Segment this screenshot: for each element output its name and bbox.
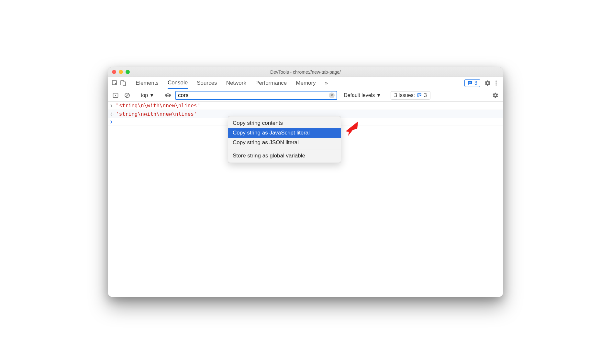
levels-label: Default levels bbox=[344, 92, 375, 98]
annotation-arrow-icon bbox=[342, 119, 361, 138]
svg-rect-3 bbox=[469, 82, 471, 82]
issues-label: 3 Issues: bbox=[394, 92, 415, 98]
minimize-window-button[interactable] bbox=[119, 70, 123, 74]
context-selector[interactable]: top ▼ bbox=[141, 92, 154, 98]
zoom-window-button[interactable] bbox=[126, 70, 130, 74]
svg-rect-4 bbox=[469, 83, 471, 83]
context-label: top bbox=[141, 92, 148, 98]
clear-console-icon[interactable] bbox=[123, 91, 131, 100]
console-input-row[interactable]: ❯ "string\n\with\nnew\nlines" bbox=[108, 102, 503, 110]
filter-box[interactable]: ✕ bbox=[175, 91, 337, 100]
divider bbox=[159, 91, 159, 99]
issues-count: 3 bbox=[424, 92, 427, 98]
dropdown-icon: ▼ bbox=[149, 92, 154, 98]
divider bbox=[386, 91, 386, 99]
divider bbox=[136, 91, 136, 99]
svg-rect-2 bbox=[123, 82, 126, 86]
svg-point-6 bbox=[495, 82, 497, 84]
tab-elements[interactable]: Elements bbox=[136, 77, 159, 89]
menu-copy-js-literal[interactable]: Copy string as JavaScript literal bbox=[228, 128, 341, 138]
traffic-lights bbox=[112, 70, 130, 74]
sidebar-toggle-icon[interactable] bbox=[111, 91, 120, 100]
svg-point-5 bbox=[495, 80, 497, 82]
console-toolbar: top ▼ ✕ Default levels ▼ 3 Issues: 3 bbox=[108, 89, 503, 102]
dropdown-icon: ▼ bbox=[376, 92, 381, 98]
output-chevron-icon: ❮· bbox=[110, 112, 116, 116]
menu-copy-json-literal[interactable]: Copy string as JSON literal bbox=[228, 138, 341, 147]
levels-selector[interactable]: Default levels ▼ bbox=[344, 92, 381, 98]
messages-count: 3 bbox=[474, 80, 477, 86]
svg-line-10 bbox=[126, 94, 129, 97]
tab-memory[interactable]: Memory bbox=[296, 77, 316, 89]
chat-icon bbox=[467, 80, 472, 86]
svg-point-11 bbox=[167, 95, 169, 96]
main-tabbar: Elements Console Sources Network Perform… bbox=[108, 77, 503, 89]
svg-point-7 bbox=[495, 84, 497, 86]
tab-performance[interactable]: Performance bbox=[255, 77, 287, 89]
menu-copy-contents[interactable]: Copy string contents bbox=[228, 118, 341, 128]
svg-rect-13 bbox=[418, 95, 420, 95]
devtools-window: DevTools - chrome://new-tab-page/ Elemen… bbox=[108, 67, 503, 297]
menu-store-global[interactable]: Store string as global variable bbox=[228, 151, 341, 161]
device-toggle-icon[interactable] bbox=[119, 79, 128, 87]
filter-input[interactable] bbox=[178, 92, 329, 99]
more-icon[interactable] bbox=[492, 79, 500, 87]
tab-sources[interactable]: Sources bbox=[197, 77, 217, 89]
console-settings-icon[interactable] bbox=[491, 91, 500, 100]
chat-icon bbox=[417, 93, 422, 98]
prompt-chevron-icon: ❯ bbox=[110, 119, 116, 124]
inspect-icon[interactable] bbox=[111, 79, 119, 87]
window-title: DevTools - chrome://new-tab-page/ bbox=[108, 70, 503, 75]
divider bbox=[129, 79, 129, 87]
console-output-code: 'string\nwith\nnew\nlines' bbox=[116, 111, 197, 117]
svg-rect-0 bbox=[112, 80, 117, 85]
console-input-code: "string\n\with\nnew\nlines" bbox=[116, 102, 200, 109]
close-window-button[interactable] bbox=[112, 70, 116, 74]
issues-button[interactable]: 3 Issues: 3 bbox=[391, 91, 430, 100]
menu-separator bbox=[228, 149, 341, 149]
live-expression-icon[interactable] bbox=[164, 91, 172, 100]
panel-tabs: Elements Console Sources Network Perform… bbox=[136, 77, 328, 89]
input-chevron-icon: ❯ bbox=[110, 103, 116, 108]
tab-network[interactable]: Network bbox=[226, 77, 246, 89]
console-body[interactable]: ❯ "string\n\with\nnew\nlines" ❮· 'string… bbox=[108, 102, 503, 297]
tab-console[interactable]: Console bbox=[168, 77, 188, 89]
settings-icon[interactable] bbox=[483, 79, 492, 87]
clear-filter-icon[interactable]: ✕ bbox=[329, 92, 335, 98]
context-menu: Copy string contents Copy string as Java… bbox=[228, 116, 341, 163]
tab-overflow[interactable]: » bbox=[325, 77, 328, 89]
svg-rect-12 bbox=[418, 94, 421, 95]
titlebar: DevTools - chrome://new-tab-page/ bbox=[108, 67, 503, 77]
messages-badge[interactable]: 3 bbox=[464, 79, 480, 87]
